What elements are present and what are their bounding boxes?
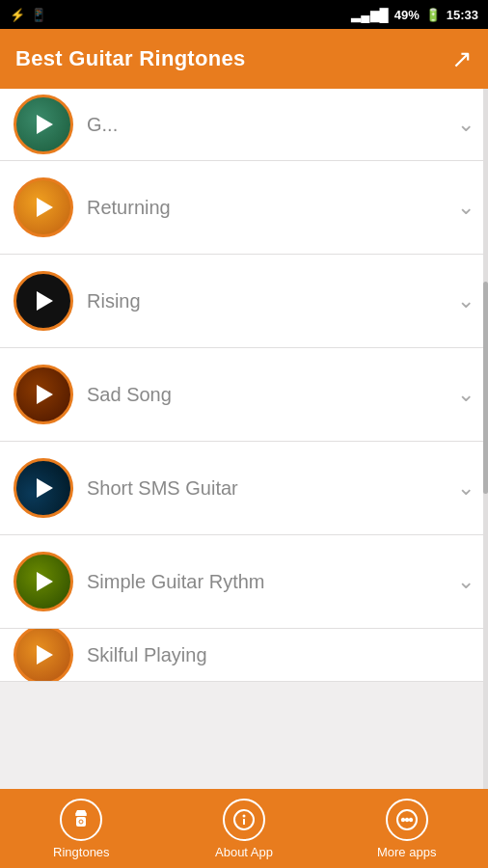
ringtone-list: G... ⌄ Returning ⌄ Rising ⌄ Sad Song ⌄ S…	[0, 89, 488, 789]
top-bar: Best Guitar Ringtones ↗	[0, 29, 488, 89]
item-label: Rising	[87, 290, 444, 312]
item-label: Returning	[87, 197, 444, 219]
clock: 15:33	[447, 8, 478, 22]
app-title: Best Guitar Ringtones	[15, 46, 246, 71]
list-item-partial[interactable]: Skilful Playing	[0, 629, 488, 682]
share-icon[interactable]: ↗	[451, 44, 473, 74]
svg-rect-0	[75, 814, 87, 816]
ringtones-label: Ringtones	[53, 845, 110, 859]
expand-icon[interactable]: ⌄	[457, 382, 474, 407]
svg-point-9	[409, 818, 411, 820]
list-item[interactable]: Returning ⌄	[0, 161, 488, 255]
expand-icon[interactable]: ⌄	[457, 112, 474, 137]
nav-item-ringtones[interactable]: Ringtones	[0, 799, 163, 859]
play-button[interactable]	[14, 177, 73, 237]
item-label: Skilful Playing	[87, 644, 474, 666]
phone-icon: 📱	[31, 8, 46, 22]
about-label: About App	[215, 845, 273, 859]
about-icon	[223, 799, 265, 841]
list-item[interactable]: Rising ⌄	[0, 255, 488, 348]
bottom-nav: Ringtones About App More apps	[0, 789, 488, 868]
svg-point-8	[405, 818, 407, 820]
expand-icon[interactable]: ⌄	[457, 475, 474, 501]
list-item[interactable]: G... ⌄	[0, 89, 488, 161]
list-item[interactable]: Simple Guitar Rythm ⌄	[0, 535, 488, 629]
item-label: Simple Guitar Rythm	[87, 571, 444, 593]
usb-icon: ⚡	[10, 8, 25, 22]
list-item[interactable]: Sad Song ⌄	[0, 348, 488, 442]
play-button[interactable]	[14, 365, 73, 424]
more-apps-label: More apps	[377, 845, 436, 859]
expand-icon[interactable]: ⌄	[457, 569, 474, 594]
battery-percent: 49%	[394, 8, 420, 22]
nav-item-about[interactable]: About App	[163, 799, 326, 859]
more-apps-icon	[386, 799, 428, 841]
item-label: Sad Song	[87, 384, 444, 406]
play-button[interactable]	[14, 552, 73, 611]
item-label: Short SMS Guitar	[87, 477, 444, 500]
svg-point-7	[401, 818, 403, 820]
battery-icon: 🔋	[425, 8, 441, 22]
list-item[interactable]: Short SMS Guitar ⌄	[0, 442, 488, 535]
expand-icon[interactable]: ⌄	[457, 288, 474, 313]
scrollbar-thumb[interactable]	[483, 282, 488, 494]
nav-item-more-apps[interactable]: More apps	[325, 799, 488, 859]
play-button[interactable]	[14, 95, 73, 154]
play-button[interactable]	[14, 458, 73, 518]
signal-icon: ▂▄▆█	[351, 8, 388, 22]
play-button[interactable]	[14, 271, 73, 331]
ringtones-icon	[60, 799, 102, 841]
svg-point-2	[79, 820, 83, 824]
expand-icon[interactable]: ⌄	[457, 195, 474, 220]
item-label: G...	[87, 114, 444, 136]
scrollbar-track[interactable]	[483, 89, 488, 789]
play-button[interactable]	[14, 629, 73, 682]
status-bar: ⚡ 📱 ▂▄▆█ 49% 🔋 15:33	[0, 0, 488, 29]
